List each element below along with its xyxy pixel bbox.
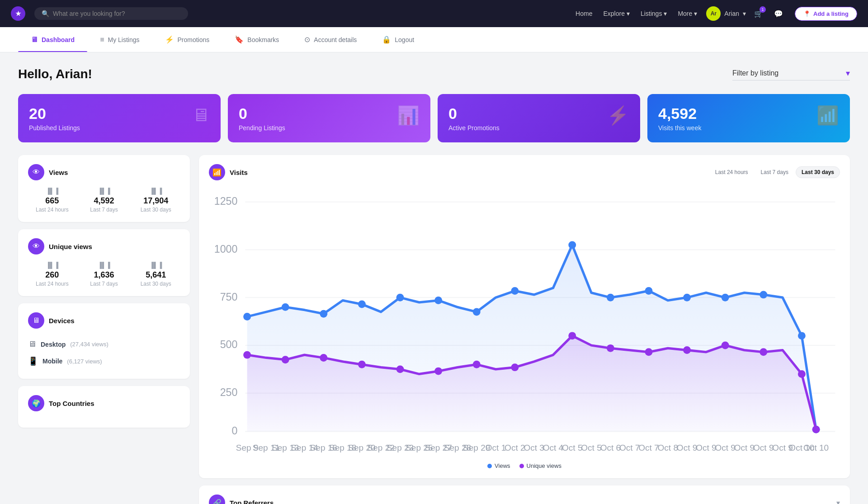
svg-point-26 [798, 332, 806, 339]
logo[interactable]: ★ [11, 6, 25, 21]
svg-text:Oct 2: Oct 2 [505, 443, 525, 452]
visits-svg-chart: 1250 1000 750 500 250 0 [209, 188, 840, 455]
countries-title: Top Countries [49, 400, 94, 407]
views-24h-value: 665 [28, 196, 76, 206]
countries-icon: 🌍 [28, 395, 44, 411]
search-icon: 🔍 [42, 10, 49, 17]
time-filter-30d[interactable]: Last 30 days [796, 166, 840, 178]
legend-unique-views-dot [519, 464, 524, 468]
svg-text:Oct 5: Oct 5 [562, 443, 582, 452]
visits-chart-title: Visits [230, 169, 248, 176]
tab-my-listings[interactable]: ≡ My Listings [87, 27, 152, 52]
tab-dashboard[interactable]: 🖥 Dashboard [18, 27, 87, 52]
unique-views-widget: 👁 Unique views ▐▌▐ 260 Last 24 hours ▐▌▐… [18, 229, 190, 296]
views-stats-row: ▐▌▐ 665 Last 24 hours ▐▌▐ 4,592 Last 7 d… [28, 188, 180, 213]
unique-views-title: Unique views [49, 243, 92, 250]
svg-point-23 [683, 294, 691, 301]
cart-icon[interactable]: 🛒 1 [751, 6, 766, 21]
svg-point-41 [760, 348, 767, 356]
main-content: Hello, Arian! Filter by listing ▾ 20 Pub… [0, 52, 868, 504]
referrers-header: 🔗 Top Referrers ▾ [209, 495, 840, 504]
avatar: Ar [706, 6, 721, 21]
chevron-down-icon: ▾ [694, 10, 697, 17]
left-column: 👁 Views ▐▌▐ 665 Last 24 hours ▐▌▐ 4,592 … [18, 155, 190, 504]
svg-text:1250: 1250 [214, 195, 238, 207]
nav-explore[interactable]: Explore ▾ [603, 10, 629, 17]
device-mobile: 📱 Mobile (6,127 views) [28, 353, 180, 370]
views-30d-label: Last 30 days [132, 207, 180, 213]
visits-chart-icon: 📶 [209, 164, 225, 180]
svg-text:0: 0 [232, 425, 238, 437]
stat-card-published-listings: 20 Published Listings 🖥 [18, 94, 221, 142]
svg-point-33 [434, 367, 442, 375]
svg-point-25 [760, 291, 767, 298]
views-24h: ▐▌▐ 665 Last 24 hours [28, 188, 76, 213]
mobile-icon: 📱 [28, 356, 38, 366]
tab-promotions[interactable]: ⚡ Promotions [152, 27, 222, 52]
visits-chart-widget: 📶 Visits Last 24 hours Last 7 days Last … [199, 155, 850, 478]
views-24h-label: Last 24 hours [28, 207, 76, 213]
views-7d-value: 4,592 [80, 196, 128, 206]
svg-point-14 [320, 310, 327, 318]
uv-7d: ▐▌▐ 1,636 Last 7 days [80, 262, 128, 287]
svg-point-31 [358, 361, 366, 368]
svg-text:750: 750 [220, 291, 238, 303]
time-filter-7d[interactable]: Last 7 days [755, 166, 794, 178]
tab-bookmarks[interactable]: 🔖 Bookmarks [222, 27, 292, 52]
nav-home[interactable]: Home [576, 10, 592, 17]
stat-cards: 20 Published Listings 🖥 0 Pending Listin… [18, 94, 850, 142]
svg-point-19 [511, 287, 519, 295]
referrers-toggle-icon[interactable]: ▾ [836, 499, 840, 504]
uv-30d: ▐▌▐ 5,641 Last 30 days [132, 262, 180, 287]
cart-badge: 1 [760, 6, 766, 13]
notifications-icon[interactable]: 💬 [771, 6, 786, 21]
account-icon: ⊙ [304, 35, 310, 44]
time-filter-24h[interactable]: Last 24 hours [710, 166, 754, 178]
search-bar[interactable]: 🔍 [34, 7, 188, 20]
svg-text:Oct 7: Oct 7 [638, 443, 659, 452]
nav-listings[interactable]: Listings ▾ [641, 10, 667, 17]
page-header: Hello, Arian! Filter by listing ▾ [18, 67, 850, 81]
views-widget-title: Views [49, 169, 68, 176]
svg-point-16 [396, 294, 404, 301]
chevron-down-icon: ▾ [743, 10, 746, 17]
svg-text:Oct 1: Oct 1 [486, 443, 506, 452]
tab-logout[interactable]: 🔒 Logout [369, 27, 427, 52]
dashboard-icon: 🖥 [31, 36, 38, 44]
svg-point-43 [812, 426, 820, 433]
search-input[interactable] [53, 10, 181, 17]
svg-text:500: 500 [220, 339, 238, 350]
devices-widget: 🖥 Devices 🖥 Desktop (27,434 views) 📱 Mob… [18, 303, 190, 379]
referrers-widget: 🔗 Top Referrers ▾ [199, 485, 850, 504]
nav-more[interactable]: More ▾ [678, 10, 697, 17]
navbar: ★ 🔍 Home Explore ▾ Listings ▾ More ▾ Ar … [0, 0, 868, 27]
views-30d-value: 17,904 [132, 196, 180, 206]
subnav: 🖥 Dashboard ≡ My Listings ⚡ Promotions 🔖… [0, 27, 868, 52]
stat-card-active-promotions: 0 Active Promotions ⚡ [438, 94, 640, 142]
bar-chart-icon: ▐▌▐ [132, 262, 180, 268]
user-menu[interactable]: Ar Arian ▾ [706, 6, 746, 21]
svg-point-29 [282, 356, 289, 363]
svg-text:250: 250 [220, 386, 238, 398]
svg-text:Oct 9: Oct 9 [734, 443, 755, 452]
svg-text:1000: 1000 [214, 243, 238, 255]
published-listings-number: 20 [29, 105, 80, 122]
filter-by-listing-select[interactable]: Filter by listing ▾ [732, 68, 850, 80]
pending-listings-number: 0 [239, 105, 285, 122]
svg-point-34 [473, 361, 481, 368]
svg-text:Oct 8: Oct 8 [658, 443, 678, 452]
device-desktop: 🖥 Desktop (27,434 views) [28, 336, 180, 353]
legend-views: Views [487, 462, 510, 469]
views-widget: 👁 Views ▐▌▐ 665 Last 24 hours ▐▌▐ 4,592 … [18, 155, 190, 222]
svg-point-42 [798, 370, 806, 378]
legend-views-dot [487, 464, 492, 468]
visits-label: Visits this week [658, 124, 701, 132]
active-promotions-number: 0 [448, 105, 500, 122]
tab-account[interactable]: ⊙ Account details [292, 27, 369, 52]
views-7d-label: Last 7 days [80, 207, 128, 213]
add-listing-button[interactable]: 📍 Add a listing [795, 7, 857, 21]
bar-chart-icon: ▐▌▐ [28, 262, 76, 268]
chevron-down-icon: ▾ [627, 10, 630, 17]
views-30d: ▐▌▐ 17,904 Last 30 days [132, 188, 180, 213]
bar-chart-icon: ▐▌▐ [80, 262, 128, 268]
